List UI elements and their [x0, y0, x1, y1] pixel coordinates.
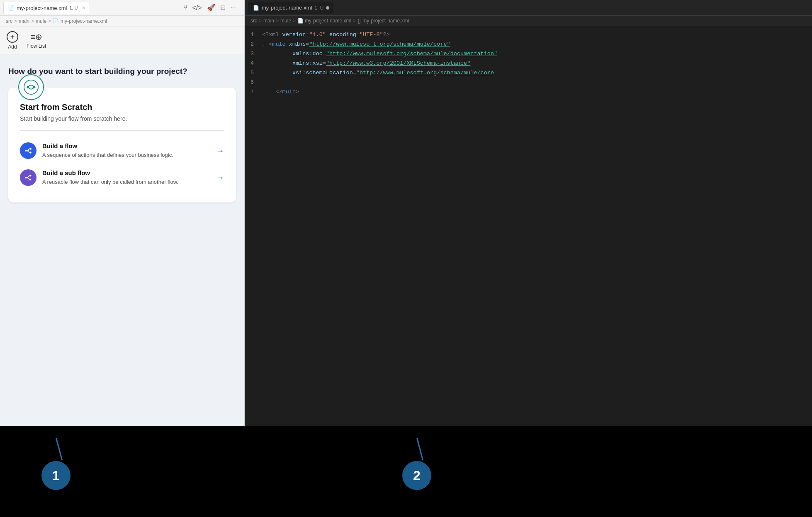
code-icon[interactable]: </> [192, 4, 202, 12]
flow-list-icon: ≡⊕ [30, 32, 42, 42]
add-icon: + [7, 31, 18, 43]
tab-close-button[interactable]: × [82, 5, 85, 11]
annotation-line-1 [56, 438, 63, 461]
line-content-1: <?xml version="1.0" encoding="UTF-8"?> [262, 30, 812, 40]
line-content-7: </mule> [262, 88, 812, 97]
line-num-7: 7 [245, 88, 262, 97]
rbc-file: 📄 my-project-name.xml [297, 18, 351, 24]
svg-point-0 [24, 80, 38, 94]
line-content-3: xmlns:doc="http://www.mulesoft.org/schem… [262, 49, 812, 59]
annotation-number-2: 2 [402, 461, 431, 490]
annotation-area: 1 2 [0, 426, 812, 517]
flow-icon [20, 142, 36, 159]
more-icon[interactable]: ··· [231, 4, 236, 12]
scratch-icon [23, 79, 39, 95]
card-divider [20, 130, 224, 131]
add-label: Add [8, 44, 17, 50]
rbc-filename: my-project-name.xml [305, 18, 351, 24]
line-content-4: xmlns:xsi="http://www.w3.org/2001/XMLSch… [262, 59, 812, 68]
right-panel: 📄 my-project-name.xml 1, U src > main > … [245, 0, 812, 426]
line-num-6: 6 [245, 78, 262, 88]
annotation-2-container: 2 [245, 438, 812, 490]
unsaved-dot [326, 6, 329, 10]
rbc-main: main [263, 18, 274, 24]
branch-icon[interactable]: ⑂ [183, 4, 187, 12]
rbc-src: src [250, 18, 257, 24]
breadcrumb-right: src > main > mule > 📄 my-project-name.xm… [245, 16, 812, 26]
scratch-title: Start from Scratch [20, 102, 224, 112]
line-content-2: ↓ <mule xmlns="http://www.mulesoft.org/s… [262, 40, 812, 49]
breadcrumb-left: src > main > mule > 📄 my-project-name.xm… [0, 16, 244, 27]
svg-point-3 [25, 150, 27, 152]
annotation-1-container: 1 [0, 438, 245, 490]
line-num-4: 4 [245, 59, 262, 68]
flow-arrow-2[interactable]: → [216, 173, 224, 182]
file-icon-right: 📄 [253, 5, 259, 11]
tab-bar-left: 📄 my-project-name.xml 1, U × ⑂ </> 🚀 ⊡ ·… [0, 0, 244, 16]
action-bar: + Add ≡⊕ Flow List [0, 27, 244, 54]
scratch-icon-wrap [18, 74, 44, 100]
flow-arrow-1[interactable]: → [216, 146, 224, 156]
code-line-5: 5 xsi:schemaLocation="http://www.mulesof… [245, 68, 812, 78]
code-line-1: 1 <?xml version="1.0" encoding="UTF-8"?> [245, 30, 812, 40]
scratch-card: Start from Scratch Start building your f… [8, 88, 236, 202]
file-icon-bc: 📄 [53, 18, 59, 24]
annotation-1: 1 [41, 438, 71, 490]
left-panel: 📄 my-project-name.xml 1, U × ⑂ </> 🚀 ⊡ ·… [0, 0, 245, 426]
line-num-3: 3 [245, 49, 262, 59]
tab-filename-right: my-project-name.xml [262, 5, 312, 11]
annotation-line-2 [416, 438, 423, 461]
annotation-number-1: 1 [41, 461, 71, 490]
line-num-5: 5 [245, 68, 262, 78]
bc-main: main [19, 18, 29, 24]
svg-point-5 [29, 151, 32, 154]
annotation-2: 2 [402, 438, 431, 490]
code-line-3: 3 xmlns:doc="http://www.mulesoft.org/sch… [245, 49, 812, 59]
flow-option-title-2: Build a sub flow [42, 169, 210, 176]
code-line-4: 4 xmlns:xsi="http://www.w3.org/2001/XMLS… [245, 59, 812, 68]
tab-filename: my-project-name.xml [17, 5, 67, 11]
line-num-1: 1 [245, 30, 262, 40]
layout-icon[interactable]: ⊡ [220, 4, 226, 12]
tab-bar-right: 📄 my-project-name.xml 1, U [245, 0, 812, 16]
code-editor[interactable]: 1 <?xml version="1.0" encoding="UTF-8"?>… [245, 26, 812, 426]
line-content-5: xsi:schemaLocation="http://www.mulesoft.… [262, 68, 812, 78]
svg-point-4 [29, 148, 32, 150]
add-button[interactable]: + Add [7, 31, 18, 50]
svg-rect-7 [29, 175, 32, 176]
left-content: How do you want to start building your p… [0, 54, 244, 426]
flow-option-desc-1: A sequence of actions that defines your … [42, 151, 210, 159]
svg-rect-8 [29, 178, 32, 180]
flow-option-text-2: Build a sub flow A reusable flow that ca… [42, 169, 210, 186]
file-icon-rbc: 📄 [297, 18, 304, 24]
code-line-6: 6 [245, 78, 812, 88]
build-flow-option[interactable]: Build a flow A sequence of actions that … [20, 137, 224, 164]
code-line-7: 7 </mule> [245, 88, 812, 97]
flow-option-desc-2: A reusable flow that can only be called … [42, 178, 210, 186]
tab-badges-right: 1, U [314, 5, 323, 11]
code-line-2: 2 ↓ <mule xmlns="http://www.mulesoft.org… [245, 40, 812, 49]
bc-file: 📄 my-project-name.xml [53, 18, 107, 24]
flow-option-text-1: Build a flow A sequence of actions that … [42, 142, 210, 159]
rbc-mule: mule [280, 18, 291, 24]
flow-list-label: Flow List [27, 43, 46, 49]
tab-toolbar: ⑂ </> 🚀 ⊡ ··· [178, 4, 241, 12]
scratch-subtitle: Start building your flow from scratch he… [20, 115, 224, 122]
rbc-braces: {} [357, 18, 361, 24]
build-subflow-option[interactable]: Build a sub flow A reusable flow that ca… [20, 164, 224, 191]
line-num-2: 2 [245, 40, 262, 49]
rocket-icon[interactable]: 🚀 [207, 4, 215, 12]
tab-badges: 1, U [69, 5, 78, 10]
bc-mule: mule [36, 18, 46, 24]
bc-filename: my-project-name.xml [61, 18, 107, 24]
flow-list-button[interactable]: ≡⊕ Flow List [27, 32, 46, 49]
bc-src: src [6, 18, 12, 24]
flow-option-title-1: Build a flow [42, 142, 210, 149]
rbc-filename2: my-project-name.xml [362, 18, 409, 24]
tab-right[interactable]: 📄 my-project-name.xml 1, U [248, 2, 334, 14]
file-icon: 📄 [8, 5, 14, 11]
subflow-icon [20, 169, 36, 186]
svg-rect-6 [25, 177, 27, 178]
tab-left[interactable]: 📄 my-project-name.xml 1, U × [3, 2, 90, 14]
question-title: How do you want to start building your p… [8, 67, 236, 76]
